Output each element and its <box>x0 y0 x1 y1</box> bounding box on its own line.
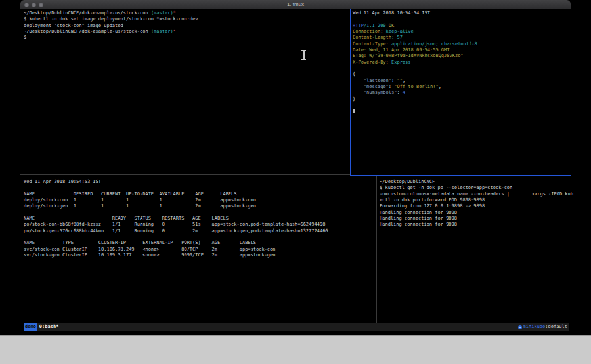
mouse-ibeam-cursor-icon <box>301 50 307 60</box>
terminal-line <box>353 109 569 115</box>
terminal-line: ectl -n dok port-forward POD 9898:9898 <box>380 197 569 203</box>
terminal-line: NAME TYPE CLUSTER-IP EXTERNAL-IP PORT(S)… <box>24 240 375 246</box>
terminal-line: "lastseen": "", <box>353 78 569 84</box>
terminal-line: Handling connection for 9898 <box>380 216 569 222</box>
pane-top-left-shell[interactable]: ~/Desktop/DublinCNCF/dok-example-us/stoc… <box>24 10 349 174</box>
pane-divider-horizontal-right-active[interactable] <box>350 175 571 176</box>
terminal-line: deploy/stock-con 1 1 1 1 2m app=stock-co… <box>24 197 375 203</box>
terminal-line <box>353 102 569 108</box>
terminal-line: X-Powered-By: Express <box>353 60 569 66</box>
kube-context-label: minikube <box>523 323 546 331</box>
terminal-line: Content-Length: 57 <box>353 35 569 41</box>
terminal-line: NAME DESIRED CURRENT UP-TO-DATE AVAILABL… <box>24 192 375 197</box>
terminal-line: Handling connection for 9898 <box>380 210 569 216</box>
window-tab-bash[interactable]: 0:bash* <box>39 323 59 331</box>
terminal-line: Connection: keep-alive <box>353 29 569 35</box>
terminal-line: Wed 11 Apr 2018 10:54:53 IST <box>24 179 375 185</box>
terminal-line: HTTP/1.1 200 OK <box>353 23 569 29</box>
terminal-line <box>24 185 375 191</box>
terminal-line: "message": "Off to Berlin!", <box>353 84 569 90</box>
terminal-line: $ kubectl -n dok set image deployment/st… <box>24 16 349 22</box>
terminal-line: ETag: W/"39-0xBPf9aF1dXVNkhsxoBQgJ8vKzo" <box>353 53 569 59</box>
terminal-line: Content-Type: application/json; charset=… <box>353 41 569 47</box>
session-name-badge[interactable]: demo <box>24 323 37 331</box>
background-strip <box>0 335 591 364</box>
pane-bottom-right-port-forward[interactable]: ~/Desktop/DublinCNCF$ kubectl get -n dok… <box>380 179 569 322</box>
kube-namespace-label: :default <box>545 323 567 331</box>
terminal-line: deployment "stock-con" image updated <box>24 23 349 29</box>
status-bar-left: demo 0:bash* <box>24 323 58 331</box>
pane-bottom-left-kubectl-resources[interactable]: Wed 11 Apr 2018 10:54:53 IST NAME DESIRE… <box>24 179 375 322</box>
pane-divider-horizontal-left[interactable] <box>20 174 350 175</box>
terminal-line: Forwarding from 127.0.0.1:9898 -> 9898 <box>380 203 569 209</box>
screenshot-canvas: 1. tmux ~/Desktop/DublinCNCF/dok-example… <box>0 0 591 364</box>
terminal-line: $ <box>24 35 349 41</box>
kubernetes-helm-wheel-icon <box>518 325 522 329</box>
terminal-line: svc/stock-con ClusterIP 10.106.78.249 <n… <box>24 247 375 253</box>
terminal-line: -o=custom-columns=:metadata.name --no-he… <box>380 192 569 197</box>
terminal-line: Handling connection for 9898 <box>380 222 569 228</box>
pane-divider-vertical-top-active[interactable] <box>350 9 351 175</box>
terminal-line: NAME READY STATUS RESTARTS AGE LABELS <box>24 216 375 222</box>
terminal-line: $ kubectl get -n dok po --selector=app=s… <box>380 185 569 191</box>
terminal-line: { <box>353 71 569 77</box>
minimize-button[interactable] <box>32 3 36 7</box>
terminal-line: po/stock-gen-576cc688bb-44kmn 1/1 Runnin… <box>24 228 375 234</box>
tmux-status-bar: demo 0:bash* minikube :default <box>24 323 569 331</box>
close-button[interactable] <box>24 3 29 7</box>
terminal-line: ~/Desktop/DublinCNCF <box>380 179 569 185</box>
terminal-line: Date: Wed, 11 Apr 2018 09:54:55 GMT <box>353 47 569 53</box>
terminal-window: 1. tmux ~/Desktop/DublinCNCF/dok-example… <box>20 0 571 335</box>
terminal-line: svc/stock-gen ClusterIP 10.109.3.177 <no… <box>24 253 375 258</box>
terminal-line: } <box>353 96 569 102</box>
status-bar-right: minikube :default <box>518 323 567 331</box>
terminal-line <box>24 234 375 240</box>
tmux-pane-area: ~/Desktop/DublinCNCF/dok-example-us/stoc… <box>20 9 571 323</box>
terminal-line <box>353 16 569 22</box>
terminal-line: "numsymbols": 4 <box>353 90 569 96</box>
pane-divider-vertical-bottom[interactable] <box>376 176 377 323</box>
pane-top-right-http-response[interactable]: Wed 11 Apr 2018 10:54:54 IST HTTP/1.1 20… <box>353 10 569 174</box>
window-title: 1. tmux <box>20 0 571 9</box>
terminal-line: deploy/stock-gen 1 1 1 1 2m app=stock-ge… <box>24 203 375 209</box>
terminal-line: po/stock-con-bb68f88fd-kzsxz 1/1 Running… <box>24 222 375 228</box>
window-controls <box>24 0 43 9</box>
terminal-line: ~/Desktop/DublinCNCF/dok-example-us/stoc… <box>24 29 349 35</box>
terminal-line: Wed 11 Apr 2018 10:54:54 IST <box>353 10 569 16</box>
terminal-line <box>353 66 569 71</box>
zoom-button[interactable] <box>39 3 43 7</box>
terminal-line: ~/Desktop/DublinCNCF/dok-example-us/stoc… <box>24 10 349 16</box>
window-titlebar[interactable]: 1. tmux <box>20 0 571 9</box>
terminal-line <box>24 210 375 216</box>
